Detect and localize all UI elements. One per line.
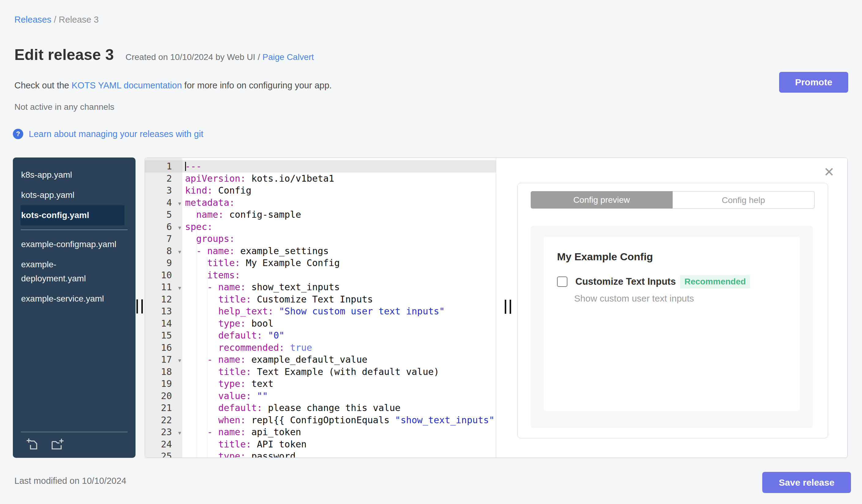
line-number: 21	[145, 402, 182, 414]
config-item-help-text: Show custom user text inputs	[574, 293, 786, 304]
sidebar-footer	[21, 432, 128, 458]
sidebar-item-kots-config.yaml[interactable]: kots-config.yaml	[21, 205, 125, 225]
code-text: - name: example_settings	[182, 245, 496, 257]
line-number: 23▾	[145, 426, 182, 438]
line-number: 16	[145, 342, 182, 354]
line-number: 24	[145, 438, 182, 450]
sidebar-item-example-deployment.yaml[interactable]: example-deployment.yaml	[21, 254, 121, 289]
code-text: - name: show_text_inputs	[182, 281, 496, 293]
code-line: 12 title: Customize Text Inputs	[145, 293, 496, 306]
promote-button[interactable]: Promote	[779, 72, 848, 93]
line-number: 10	[145, 269, 182, 281]
preview-content-area: My Example Config Customize Text Inputs …	[531, 226, 813, 428]
code-text: kind: Config	[182, 184, 496, 197]
created-info: Created on 10/10/2024 by Web UI / Paige …	[126, 52, 314, 62]
config-item-label: Customize Text Inputs	[575, 276, 676, 287]
last-modified-text: Last modified on 10/10/2024	[14, 476, 126, 486]
fold-arrow-icon[interactable]: ▾	[178, 246, 181, 258]
code-text: title: Customize Text Inputs	[182, 293, 496, 306]
code-text: title: My Example Config	[182, 257, 496, 269]
tab-config-help[interactable]: Config help	[672, 191, 815, 209]
line-number: 18	[145, 366, 182, 378]
config-preview-pane: ✕ Config previewConfig help My Example C…	[496, 158, 847, 457]
code-line: 17▾ - name: example_default_value	[145, 354, 496, 366]
code-text: - name: api_token	[182, 426, 496, 438]
add-folder-icon	[50, 438, 64, 452]
code-line: 19 type: text	[145, 378, 496, 390]
docs-sentence: Check out the KOTS YAML documentation fo…	[14, 80, 332, 91]
fold-arrow-icon[interactable]: ▾	[178, 222, 181, 234]
code-line: 9 title: My Example Config	[145, 257, 496, 269]
sidebar-item-example-configmap.yaml[interactable]: example-configmap.yaml	[21, 234, 121, 254]
line-number: 14	[145, 317, 182, 330]
code-text: title: API token	[182, 438, 496, 450]
fold-arrow-icon[interactable]: ▾	[178, 198, 181, 210]
breadcrumb-current: Release 3	[59, 15, 99, 25]
line-number: 6▾	[145, 221, 182, 233]
code-text: title: Text Example (with default value)	[182, 366, 496, 378]
fold-arrow-icon[interactable]: ▾	[178, 282, 181, 294]
line-number: 1	[145, 160, 182, 172]
code-line: 8▾ - name: example_settings	[145, 245, 496, 257]
code-line: 16 recommended: true	[145, 342, 496, 354]
code-line: 21 default: please change this value	[145, 402, 496, 414]
close-icon[interactable]: ✕	[824, 166, 835, 178]
recommended-badge: Recommended	[680, 275, 750, 288]
config-group-card: My Example Config Customize Text Inputs …	[544, 237, 800, 411]
fold-arrow-icon[interactable]: ▾	[178, 427, 181, 439]
code-text: when: repl{{ ConfigOptionEquals "show_te…	[182, 414, 496, 426]
line-number: 4▾	[145, 197, 182, 209]
code-text: ---	[182, 160, 496, 172]
code-line: 3kind: Config	[145, 184, 496, 197]
yaml-code-editor[interactable]: 1---2apiVersion: kots.io/v1beta13kind: C…	[145, 158, 496, 457]
sidebar-resize-handle[interactable]	[136, 300, 143, 314]
line-number: 7	[145, 233, 182, 245]
add-file-button[interactable]	[26, 438, 40, 452]
add-folder-button[interactable]	[50, 438, 64, 452]
code-text: type: text	[182, 378, 496, 390]
config-preview-panel: Config previewConfig help My Example Con…	[517, 183, 828, 438]
line-number: 3	[145, 184, 182, 197]
author-link[interactable]: Paige Calvert	[262, 52, 314, 62]
code-text: default: please change this value	[182, 402, 496, 414]
line-number: 13	[145, 305, 182, 317]
sidebar-divider	[13, 230, 135, 230]
line-number: 20	[145, 390, 182, 402]
config-checkbox[interactable]	[557, 277, 567, 287]
line-number: 19	[145, 378, 182, 390]
code-line: 4▾metadata:	[145, 197, 496, 209]
preview-resize-handle[interactable]	[505, 300, 511, 314]
fold-arrow-icon[interactable]: ▾	[178, 355, 181, 367]
line-number: 11▾	[145, 281, 182, 293]
code-line: 5 name: config-sample	[145, 209, 496, 221]
code-text: default: "0"	[182, 329, 496, 342]
line-number: 17▾	[145, 354, 182, 366]
code-line: 25 type: password	[145, 450, 496, 457]
code-text: help_text: "Show custom user text inputs…	[182, 305, 496, 317]
code-line: 1---	[145, 160, 496, 172]
git-releases-link[interactable]: Learn about managing your releases with …	[29, 129, 204, 139]
sidebar-item-example-service.yaml[interactable]: example-service.yaml	[21, 289, 121, 309]
code-text: apiVersion: kots.io/v1beta1	[182, 172, 496, 185]
line-number: 15	[145, 329, 182, 342]
kots-docs-link[interactable]: KOTS YAML documentation	[71, 80, 182, 90]
code-line: 22 when: repl{{ ConfigOptionEquals "show…	[145, 414, 496, 426]
preview-tabs: Config previewConfig help	[531, 191, 814, 209]
code-line: 7 groups:	[145, 233, 496, 245]
code-line: 14 type: bool	[145, 317, 496, 330]
channel-status: Not active in any channels	[14, 102, 114, 112]
code-text: - name: example_default_value	[182, 354, 496, 366]
breadcrumb-releases-link[interactable]: Releases	[14, 15, 51, 25]
sidebar-item-k8s-app.yaml[interactable]: k8s-app.yaml	[21, 165, 121, 185]
breadcrumb-separator: /	[51, 15, 59, 25]
tab-config-preview[interactable]: Config preview	[531, 191, 672, 209]
editor-top-spacer	[145, 158, 496, 160]
code-text: groups:	[182, 233, 496, 245]
line-number: 25	[145, 450, 182, 457]
save-release-button[interactable]: Save release	[762, 472, 851, 493]
code-line: 20 value: ""	[145, 390, 496, 402]
line-number: 8▾	[145, 245, 182, 257]
sidebar-item-kots-app.yaml[interactable]: kots-app.yaml	[21, 185, 121, 205]
code-line: 24 title: API token	[145, 438, 496, 450]
code-line: 15 default: "0"	[145, 329, 496, 342]
